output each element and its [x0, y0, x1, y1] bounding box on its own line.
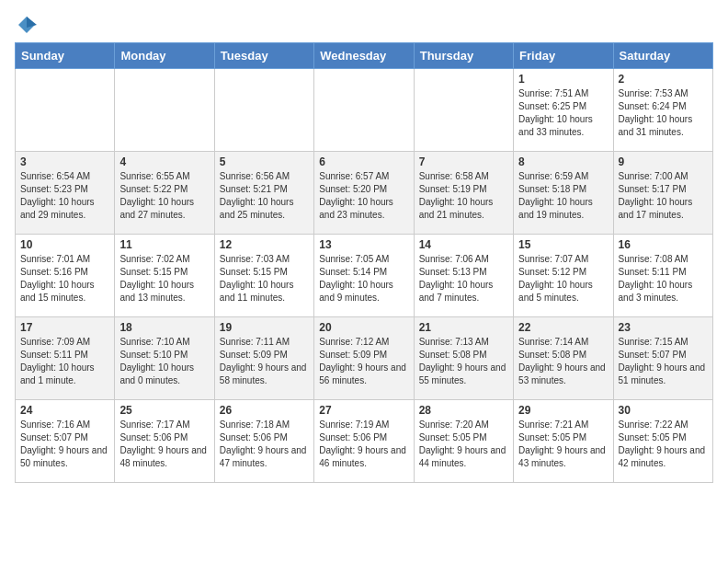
calendar-cell: 7Sunrise: 6:58 AM Sunset: 5:19 PM Daylig… [414, 152, 513, 235]
calendar-body: 1Sunrise: 7:51 AM Sunset: 6:25 PM Daylig… [16, 69, 713, 483]
day-info: Sunrise: 6:59 AM Sunset: 5:18 PM Dayligh… [518, 170, 608, 222]
day-number: 3 [20, 155, 109, 168]
day-number: 26 [220, 404, 309, 417]
weekday-header-row: SundayMondayTuesdayWednesdayThursdayFrid… [16, 43, 713, 69]
day-info: Sunrise: 7:06 AM Sunset: 5:13 PM Dayligh… [419, 253, 508, 304]
calendar-header: SundayMondayTuesdayWednesdayThursdayFrid… [16, 43, 713, 69]
calendar-cell: 17Sunrise: 7:09 AM Sunset: 5:11 PM Dayli… [16, 317, 115, 400]
calendar-cell: 23Sunrise: 7:15 AM Sunset: 5:07 PM Dayli… [613, 317, 712, 400]
day-number: 8 [518, 155, 608, 168]
day-info: Sunrise: 6:58 AM Sunset: 5:19 PM Dayligh… [419, 170, 508, 222]
day-info: Sunrise: 6:55 AM Sunset: 5:22 PM Dayligh… [119, 170, 209, 222]
calendar-cell: 6Sunrise: 6:57 AM Sunset: 5:20 PM Daylig… [314, 152, 414, 235]
day-info: Sunrise: 7:05 AM Sunset: 5:14 PM Dayligh… [319, 253, 408, 304]
weekday-header-friday: Friday [514, 43, 613, 69]
page-header [15, 15, 713, 35]
logo [15, 15, 37, 35]
day-info: Sunrise: 6:57 AM Sunset: 5:20 PM Dayligh… [319, 170, 408, 222]
calendar-cell: 26Sunrise: 7:18 AM Sunset: 5:06 PM Dayli… [214, 400, 313, 483]
day-number: 27 [319, 404, 408, 417]
day-info: Sunrise: 7:03 AM Sunset: 5:15 PM Dayligh… [220, 253, 309, 304]
calendar-cell: 1Sunrise: 7:51 AM Sunset: 6:25 PM Daylig… [514, 69, 613, 152]
day-number: 4 [119, 155, 209, 168]
day-number: 11 [119, 238, 209, 251]
day-info: Sunrise: 7:00 AM Sunset: 5:17 PM Dayligh… [619, 170, 708, 222]
calendar-cell: 29Sunrise: 7:21 AM Sunset: 5:05 PM Dayli… [514, 400, 613, 483]
day-info: Sunrise: 7:14 AM Sunset: 5:08 PM Dayligh… [518, 336, 608, 387]
calendar-cell: 16Sunrise: 7:08 AM Sunset: 5:11 PM Dayli… [613, 235, 712, 317]
day-info: Sunrise: 7:51 AM Sunset: 6:25 PM Dayligh… [518, 87, 608, 139]
day-info: Sunrise: 7:18 AM Sunset: 5:06 PM Dayligh… [220, 419, 309, 470]
calendar-cell: 8Sunrise: 6:59 AM Sunset: 5:18 PM Daylig… [514, 152, 613, 235]
weekday-header-thursday: Thursday [414, 43, 513, 69]
day-number: 19 [220, 321, 309, 334]
day-info: Sunrise: 7:19 AM Sunset: 5:06 PM Dayligh… [319, 419, 408, 470]
day-number: 17 [20, 321, 109, 334]
calendar-table: SundayMondayTuesdayWednesdayThursdayFrid… [15, 42, 713, 483]
calendar-week-4: 17Sunrise: 7:09 AM Sunset: 5:11 PM Dayli… [16, 317, 713, 400]
calendar-cell: 11Sunrise: 7:02 AM Sunset: 5:15 PM Dayli… [115, 235, 214, 317]
calendar-cell [314, 69, 414, 152]
day-number: 1 [518, 73, 608, 86]
calendar-cell [16, 69, 115, 152]
weekday-header-saturday: Saturday [613, 43, 712, 69]
day-number: 7 [419, 155, 508, 168]
day-number: 14 [419, 238, 508, 251]
day-info: Sunrise: 7:15 AM Sunset: 5:07 PM Dayligh… [619, 336, 708, 387]
calendar-week-5: 24Sunrise: 7:16 AM Sunset: 5:07 PM Dayli… [16, 400, 713, 483]
day-info: Sunrise: 7:02 AM Sunset: 5:15 PM Dayligh… [119, 253, 209, 304]
calendar-cell: 22Sunrise: 7:14 AM Sunset: 5:08 PM Dayli… [514, 317, 613, 400]
calendar-cell: 27Sunrise: 7:19 AM Sunset: 5:06 PM Dayli… [314, 400, 414, 483]
day-number: 5 [220, 155, 309, 168]
calendar-cell: 18Sunrise: 7:10 AM Sunset: 5:10 PM Dayli… [115, 317, 214, 400]
day-number: 6 [319, 155, 408, 168]
day-number: 12 [220, 238, 309, 251]
day-info: Sunrise: 7:17 AM Sunset: 5:06 PM Dayligh… [119, 419, 209, 470]
calendar-week-2: 3Sunrise: 6:54 AM Sunset: 5:23 PM Daylig… [16, 152, 713, 235]
day-info: Sunrise: 7:21 AM Sunset: 5:05 PM Dayligh… [518, 419, 608, 470]
calendar-cell: 19Sunrise: 7:11 AM Sunset: 5:09 PM Dayli… [214, 317, 313, 400]
weekday-header-tuesday: Tuesday [214, 43, 313, 69]
calendar-cell: 20Sunrise: 7:12 AM Sunset: 5:09 PM Dayli… [314, 317, 414, 400]
day-info: Sunrise: 7:10 AM Sunset: 5:10 PM Dayligh… [119, 336, 209, 387]
day-info: Sunrise: 7:20 AM Sunset: 5:05 PM Dayligh… [419, 419, 508, 470]
day-info: Sunrise: 7:22 AM Sunset: 5:05 PM Dayligh… [619, 419, 708, 470]
calendar-cell: 30Sunrise: 7:22 AM Sunset: 5:05 PM Dayli… [613, 400, 712, 483]
day-number: 30 [619, 404, 708, 417]
day-info: Sunrise: 7:08 AM Sunset: 5:11 PM Dayligh… [619, 253, 708, 304]
day-info: Sunrise: 6:56 AM Sunset: 5:21 PM Dayligh… [220, 170, 309, 222]
day-info: Sunrise: 7:09 AM Sunset: 5:11 PM Dayligh… [20, 336, 109, 387]
day-info: Sunrise: 7:16 AM Sunset: 5:07 PM Dayligh… [20, 419, 109, 470]
day-number: 25 [119, 404, 209, 417]
calendar-cell: 3Sunrise: 6:54 AM Sunset: 5:23 PM Daylig… [16, 152, 115, 235]
calendar-cell [414, 69, 513, 152]
calendar-cell: 13Sunrise: 7:05 AM Sunset: 5:14 PM Dayli… [314, 235, 414, 317]
day-info: Sunrise: 7:53 AM Sunset: 6:24 PM Dayligh… [619, 87, 708, 139]
day-number: 29 [518, 404, 608, 417]
day-number: 16 [619, 238, 708, 251]
calendar-cell: 2Sunrise: 7:53 AM Sunset: 6:24 PM Daylig… [613, 69, 712, 152]
day-number: 24 [20, 404, 109, 417]
svg-marker-1 [27, 17, 37, 28]
day-number: 2 [619, 73, 708, 86]
day-number: 9 [619, 155, 708, 168]
day-number: 18 [119, 321, 209, 334]
day-number: 13 [319, 238, 408, 251]
day-number: 15 [518, 238, 608, 251]
calendar-cell: 10Sunrise: 7:01 AM Sunset: 5:16 PM Dayli… [16, 235, 115, 317]
day-number: 22 [518, 321, 608, 334]
weekday-header-sunday: Sunday [16, 43, 115, 69]
calendar-cell: 9Sunrise: 7:00 AM Sunset: 5:17 PM Daylig… [613, 152, 712, 235]
day-info: Sunrise: 7:01 AM Sunset: 5:16 PM Dayligh… [20, 253, 109, 304]
day-info: Sunrise: 7:11 AM Sunset: 5:09 PM Dayligh… [220, 336, 309, 387]
day-number: 21 [419, 321, 508, 334]
day-info: Sunrise: 7:07 AM Sunset: 5:12 PM Dayligh… [518, 253, 608, 304]
day-number: 23 [619, 321, 708, 334]
day-number: 28 [419, 404, 508, 417]
calendar-cell [115, 69, 214, 152]
calendar-cell [214, 69, 313, 152]
calendar-cell: 4Sunrise: 6:55 AM Sunset: 5:22 PM Daylig… [115, 152, 214, 235]
day-number: 10 [20, 238, 109, 251]
day-info: Sunrise: 7:12 AM Sunset: 5:09 PM Dayligh… [319, 336, 408, 387]
weekday-header-monday: Monday [115, 43, 214, 69]
